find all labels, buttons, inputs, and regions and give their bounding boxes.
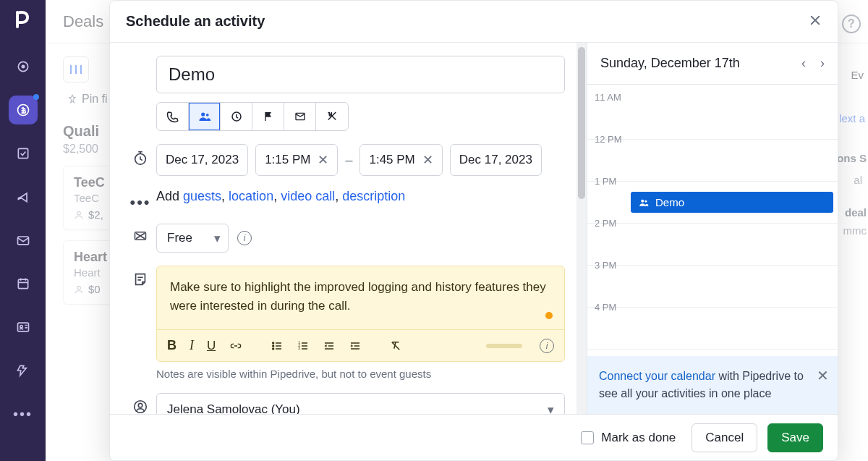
svg-point-16 bbox=[273, 342, 274, 344]
add-location-link[interactable]: location bbox=[229, 189, 273, 203]
type-task[interactable] bbox=[221, 103, 252, 130]
assignee-select[interactable]: Jelena Samolovac (You) ▾ bbox=[156, 393, 565, 414]
svg-point-10 bbox=[201, 112, 205, 116]
outdent-button[interactable] bbox=[323, 340, 336, 352]
svg-point-17 bbox=[273, 345, 274, 347]
time-separator: – bbox=[345, 153, 352, 168]
svg-rect-4 bbox=[17, 237, 28, 245]
svg-point-18 bbox=[273, 348, 274, 350]
cancel-button[interactable]: Cancel bbox=[692, 423, 757, 452]
svg-rect-3 bbox=[18, 148, 27, 158]
availability-select[interactable]: Free ▾ bbox=[156, 224, 229, 253]
info-icon[interactable]: i bbox=[237, 231, 252, 245]
underline-button[interactable]: U bbox=[207, 339, 216, 353]
svg-text:3: 3 bbox=[299, 347, 301, 350]
svg-point-25 bbox=[644, 200, 647, 202]
clear-end-time-icon[interactable]: ✕ bbox=[422, 152, 433, 168]
add-extras-line: Add guests, location, video call, descri… bbox=[156, 189, 565, 204]
link-button[interactable] bbox=[229, 340, 243, 352]
mark-as-done-checkbox[interactable]: Mark as done bbox=[581, 431, 676, 445]
type-deadline[interactable] bbox=[252, 103, 284, 130]
svg-point-24 bbox=[641, 199, 644, 202]
svg-point-7 bbox=[20, 326, 22, 328]
logo bbox=[15, 10, 31, 33]
schedule-activity-modal: Schedule an activity bbox=[109, 0, 838, 461]
calendar-header: Sunday, December 17th ‹ › bbox=[587, 43, 838, 85]
save-button[interactable]: Save bbox=[767, 423, 823, 452]
note-status-dot bbox=[545, 312, 553, 319]
nav-focus[interactable] bbox=[9, 52, 38, 81]
note-editor[interactable]: Make sure to highlight the improved logg… bbox=[156, 266, 565, 362]
type-lunch[interactable] bbox=[316, 103, 348, 130]
nav-more[interactable]: ••• bbox=[9, 399, 38, 428]
person-icon bbox=[124, 393, 156, 414]
calendar-prev-icon[interactable]: ‹ bbox=[801, 56, 806, 71]
add-description-link[interactable]: description bbox=[342, 189, 405, 203]
svg-point-1 bbox=[22, 65, 24, 67]
note-hint: Notes are visible within Pipedrive, but … bbox=[156, 368, 565, 380]
form-scrollbar[interactable] bbox=[576, 43, 587, 414]
clear-format-button[interactable] bbox=[389, 339, 402, 352]
calendar-date: Sunday, December 17th bbox=[600, 56, 740, 71]
activity-title-input[interactable] bbox=[156, 56, 565, 93]
nav-activities[interactable] bbox=[9, 139, 38, 168]
note-icon bbox=[124, 266, 156, 287]
note-progress bbox=[486, 344, 522, 348]
note-toolbar: B I U 123 bbox=[157, 329, 564, 361]
notification-dot bbox=[33, 94, 39, 100]
nav-campaigns[interactable] bbox=[9, 182, 38, 211]
nav-calendar[interactable] bbox=[9, 269, 38, 298]
connect-calendar-link[interactable]: Connect your calendar bbox=[599, 370, 715, 382]
calendar-pane: Sunday, December 17th ‹ › 11 AM 12 PM 1 … bbox=[587, 43, 838, 414]
close-icon[interactable] bbox=[809, 12, 822, 31]
modal-footer: Mark as done Cancel Save bbox=[110, 414, 838, 460]
italic-button[interactable]: I bbox=[190, 338, 194, 353]
note-text[interactable]: Make sure to highlight the improved logg… bbox=[157, 266, 564, 329]
end-time-field[interactable]: 1:45 PM✕ bbox=[359, 144, 442, 176]
svg-point-11 bbox=[205, 114, 208, 117]
bullet-list-button[interactable] bbox=[271, 340, 284, 352]
clock-icon bbox=[124, 144, 156, 166]
note-info-icon[interactable]: i bbox=[540, 339, 554, 353]
bold-button[interactable]: B bbox=[167, 338, 176, 353]
type-email[interactable] bbox=[284, 103, 316, 130]
add-video-link[interactable]: video call bbox=[281, 189, 335, 203]
calendar-connect-banner: Connect your calendar with Pipedrive to … bbox=[587, 356, 838, 414]
nav-rail: ••• bbox=[0, 0, 46, 461]
calendar-next-icon[interactable]: › bbox=[820, 56, 825, 71]
nav-mail[interactable] bbox=[9, 226, 38, 255]
svg-rect-5 bbox=[18, 279, 27, 289]
type-meeting[interactable] bbox=[189, 103, 221, 130]
banner-close-icon[interactable]: ✕ bbox=[817, 365, 829, 386]
calendar-event[interactable]: Demo bbox=[631, 192, 833, 213]
modal-header: Schedule an activity bbox=[110, 1, 838, 43]
add-guests-link[interactable]: guests bbox=[183, 189, 221, 203]
calendar-grid[interactable]: 11 AM 12 PM 1 PM 2 PM 3 PM 4 PM Demo Con… bbox=[587, 85, 838, 414]
svg-point-23 bbox=[138, 403, 142, 407]
start-time-field[interactable]: 1:15 PM✕ bbox=[255, 144, 338, 176]
end-date-field[interactable]: Dec 17, 2023 bbox=[450, 144, 542, 176]
activity-type-toggle bbox=[156, 102, 349, 131]
chevron-down-icon: ▾ bbox=[214, 231, 221, 246]
start-date-field[interactable]: Dec 17, 2023 bbox=[156, 144, 248, 176]
chevron-down-icon: ▾ bbox=[548, 402, 554, 415]
numbered-list-button[interactable]: 123 bbox=[297, 340, 310, 352]
modal-title: Schedule an activity bbox=[126, 13, 265, 30]
form-pane: Dec 17, 2023 1:15 PM✕ – 1:45 PM✕ Dec 17,… bbox=[110, 43, 587, 414]
availability-icon bbox=[124, 224, 156, 242]
indent-button[interactable] bbox=[349, 340, 362, 352]
more-icon: ••• bbox=[124, 189, 156, 211]
nav-insights[interactable] bbox=[9, 356, 38, 385]
type-call[interactable] bbox=[157, 103, 189, 130]
clear-start-time-icon[interactable]: ✕ bbox=[318, 152, 328, 168]
nav-contacts[interactable] bbox=[9, 313, 38, 342]
nav-deals[interactable] bbox=[9, 96, 38, 124]
